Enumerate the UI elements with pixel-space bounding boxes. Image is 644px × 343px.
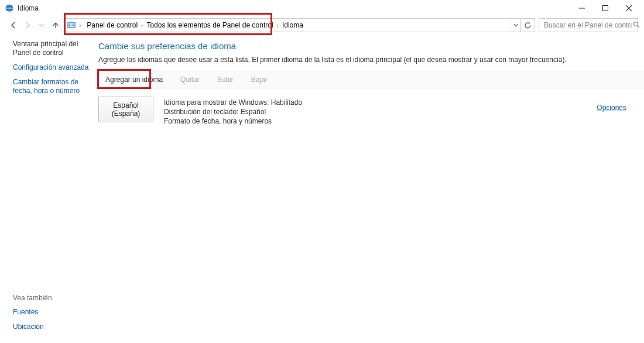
sidebar-link-advanced[interactable]: Configuración avanzada: [13, 63, 93, 72]
forward-button[interactable]: [22, 20, 33, 30]
sidebar-link-formats[interactable]: Cambiar formatos de fecha, hora o número: [13, 78, 93, 95]
svg-line-10: [638, 26, 639, 28]
svg-point-8: [73, 25, 74, 26]
window-controls: [570, 1, 640, 15]
lang-detail-format: Formato de fecha, hora y números: [164, 116, 302, 126]
toolbar: Agregar un idioma Quitar Subir Bajar: [98, 71, 644, 88]
address-dropdown[interactable]: [510, 19, 520, 32]
window-title: Idioma: [18, 4, 39, 12]
svg-line-3: [626, 5, 632, 11]
close-button[interactable]: [617, 1, 640, 15]
language-row[interactable]: Español (España) Idioma para mostrar de …: [98, 97, 644, 126]
minimize-button[interactable]: [570, 1, 594, 15]
app-icon: [5, 4, 14, 13]
search-input[interactable]: [543, 20, 633, 30]
lang-detail-keyboard: Distribución del teclado: Español: [164, 107, 302, 116]
maximize-button[interactable]: [594, 1, 617, 15]
breadcrumb-sep[interactable]: ›: [276, 22, 280, 29]
sidebar: Ventana principal del Panel de control C…: [0, 34, 98, 343]
control-panel-icon: [65, 20, 78, 30]
back-button[interactable]: [8, 20, 19, 30]
language-options-link[interactable]: Opciones: [597, 97, 644, 126]
see-also-header: Vea también: [13, 294, 93, 302]
address-bar[interactable]: › Panel de control › Todos los elementos…: [64, 18, 535, 32]
breadcrumb-seg-0[interactable]: Panel de control: [84, 21, 140, 29]
svg-rect-2: [603, 6, 608, 11]
search-box[interactable]: [539, 18, 638, 32]
svg-line-4: [626, 5, 632, 11]
title-bar: Idioma: [0, 0, 644, 16]
see-also-location[interactable]: Ubicación: [13, 323, 93, 331]
add-language-button[interactable]: Agregar un idioma: [101, 73, 167, 86]
up-button[interactable]: [50, 20, 61, 30]
refresh-button[interactable]: [520, 19, 535, 32]
svg-point-9: [634, 22, 638, 26]
recent-dropdown[interactable]: [36, 20, 47, 30]
svg-point-7: [69, 25, 71, 26]
sidebar-home-link[interactable]: Ventana principal del Panel de control: [13, 40, 93, 57]
see-also-fonts[interactable]: Fuentes: [13, 308, 93, 317]
remove-button[interactable]: Quitar: [176, 73, 204, 86]
page-heading: Cambie sus preferencias de idioma: [98, 41, 644, 51]
breadcrumb-seg-1[interactable]: Todos los elementos de Panel de control: [144, 21, 275, 29]
move-up-button[interactable]: Subir: [213, 73, 238, 86]
language-details: Idioma para mostrar de Windows: Habilita…: [164, 97, 302, 126]
breadcrumb: Panel de control › Todos los elementos d…: [82, 21, 306, 29]
main-content: Cambie sus preferencias de idioma Agregu…: [98, 34, 644, 343]
search-icon[interactable]: [633, 21, 640, 30]
nav-row: › Panel de control › Todos los elementos…: [0, 16, 644, 34]
page-description: Agregue los idiomas que desee usar a est…: [98, 56, 644, 64]
language-tile[interactable]: Español (España): [98, 97, 153, 122]
lang-detail-display: Idioma para mostrar de Windows: Habilita…: [164, 98, 302, 107]
move-down-button[interactable]: Bajar: [246, 73, 272, 86]
breadcrumb-sep[interactable]: ›: [78, 22, 82, 29]
breadcrumb-sep[interactable]: ›: [140, 22, 144, 29]
breadcrumb-seg-2[interactable]: Idioma: [280, 21, 306, 29]
